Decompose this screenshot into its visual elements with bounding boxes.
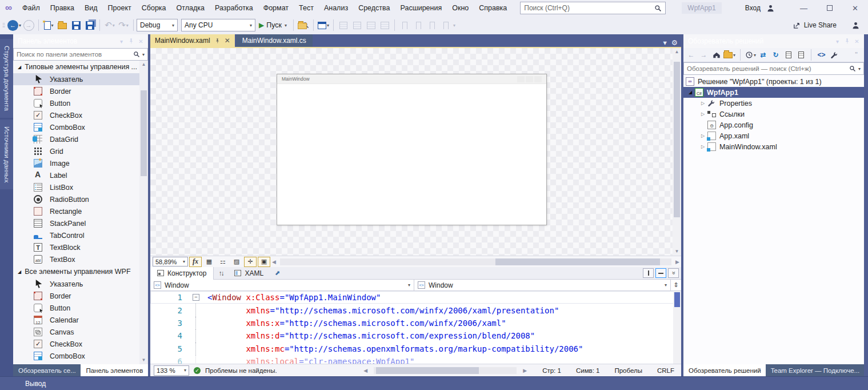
menu-item[interactable]: Вид: [79, 0, 103, 16]
scrollbar-thumb[interactable]: [141, 90, 147, 176]
popout-pane-button[interactable]: ⬈: [275, 269, 280, 277]
panel-tab[interactable]: Обозреватель решений: [683, 364, 766, 376]
quick-search-box[interactable]: Поиск (Ctrl+Q): [520, 2, 666, 14]
navigate-back-button[interactable]: ←▾: [7, 18, 21, 32]
solution-explorer-header[interactable]: Обозреватель решений ▾ ✕: [683, 34, 864, 48]
menu-item[interactable]: Формат: [258, 0, 294, 16]
toolbox-row[interactable]: Rectangle: [13, 205, 139, 217]
code-line[interactable]: 3 xmlns:x="http://schemas.microsoft.com/…: [150, 317, 681, 329]
tree-expander-icon[interactable]: [698, 144, 707, 149]
solution-platform-dropdown[interactable]: Any CPU▾: [181, 19, 255, 31]
scrollbar-thumb[interactable]: [376, 367, 479, 374]
toolbox-row[interactable]: Border: [13, 85, 139, 97]
code-line[interactable]: 4 xmlns:d="http://schemas.microsoft.com/…: [150, 329, 681, 342]
section-expander-icon[interactable]: [18, 269, 21, 274]
properties-button[interactable]: [829, 49, 839, 61]
increase-indent-button-disabled[interactable]: [378, 18, 391, 32]
toolbar-overflow-icon[interactable]: '': [851, 49, 862, 61]
feedback-icon[interactable]: [851, 21, 860, 30]
toolbox-row[interactable]: ComboBox: [13, 121, 139, 133]
toolbox-row[interactable]: Типовые элементы управления ...: [13, 61, 139, 73]
open-file-button[interactable]: [56, 18, 69, 32]
sign-in-button[interactable]: Вход: [745, 4, 761, 12]
toolbox-row[interactable]: Label: [13, 169, 139, 181]
redo-button[interactable]: ↷▾: [117, 18, 130, 32]
solution-explorer-search-input[interactable]: Обозреватель решений — поиск (Ctrl+ж) ▾: [683, 62, 864, 75]
output-panel-tab[interactable]: Вывод: [21, 379, 50, 389]
toolbox-row[interactable]: ComboBox: [13, 350, 139, 362]
close-button[interactable]: ✕: [842, 0, 868, 16]
scroll-down-icon[interactable]: ▼: [139, 356, 148, 364]
toolbox-row[interactable]: Image: [13, 157, 139, 169]
toolbox-row[interactable]: Calendar: [13, 314, 139, 326]
start-debugging-button[interactable]: ▶ Пуск▾: [259, 21, 287, 29]
show-all-files-button[interactable]: [795, 49, 806, 61]
designer-zoom-dropdown[interactable]: 58,89%▾: [153, 257, 188, 266]
status-char[interactable]: Симв: 1: [576, 367, 600, 374]
snap-grid-button[interactable]: ⚏: [217, 257, 229, 267]
pin-icon[interactable]: [842, 38, 852, 45]
editor-horizontal-scrollbar[interactable]: [374, 367, 517, 374]
editor-vertical-scrollbar[interactable]: [673, 291, 681, 364]
breadcrumb-right-dropdown[interactable]: <> Window ▾: [414, 280, 671, 290]
toolbox-row[interactable]: Border: [13, 290, 139, 302]
tree-expander-icon[interactable]: [698, 101, 707, 106]
clear-bookmarks-button-disabled[interactable]: [439, 18, 452, 32]
snapping-button[interactable]: ▨: [230, 257, 243, 267]
scroll-up-icon[interactable]: ▲: [139, 61, 148, 69]
breadcrumb-left-dropdown[interactable]: <> Window ▾: [150, 280, 414, 290]
menu-item[interactable]: Разработка: [210, 0, 258, 16]
back-button[interactable]: ←: [686, 49, 697, 61]
designer-options-button[interactable]: ▾: [317, 18, 330, 32]
menu-item[interactable]: Правка: [45, 0, 79, 16]
document-tab-active[interactable]: MainWindow.xaml ✕: [150, 34, 235, 47]
user-account-icon[interactable]: [766, 4, 775, 13]
scroll-up-icon[interactable]: ▲: [673, 48, 681, 56]
toolbox-row[interactable]: Grid: [13, 145, 139, 157]
navigate-forward-button[interactable]: →: [22, 18, 35, 32]
menu-item[interactable]: Файл: [17, 0, 45, 16]
code-line[interactable]: 5 xmlns:mc="http://schemas.openxmlformat…: [150, 343, 681, 355]
code-line[interactable]: 1<Window x:Class="WpfApp1.MainWindow": [150, 291, 681, 304]
menu-item[interactable]: Расширения: [395, 0, 447, 16]
toolbox-row[interactable]: Button: [13, 97, 139, 109]
scrollbar-thumb[interactable]: [495, 258, 660, 265]
live-share-button[interactable]: Live Share: [804, 21, 837, 29]
tree-expander-icon[interactable]: [686, 90, 695, 95]
collapse-all-button[interactable]: [783, 49, 794, 61]
undo-button[interactable]: ↶▾: [103, 18, 116, 32]
status-line[interactable]: Стр: 1: [542, 367, 561, 374]
new-project-button[interactable]: ▾: [42, 18, 55, 32]
switch-views-button[interactable]: ▾: [723, 49, 735, 61]
status-spaces[interactable]: Пробелы: [614, 367, 642, 374]
tree-item[interactable]: Ссылки: [683, 109, 864, 120]
data-sources-tab[interactable]: Источники данных: [0, 120, 13, 190]
maximize-button[interactable]: [817, 0, 842, 16]
menu-item[interactable]: Окно: [447, 0, 474, 16]
wpf-window-preview[interactable]: MainWindow: [277, 74, 547, 225]
status-eol[interactable]: CRLF: [657, 367, 674, 374]
designer-vertical-scrollbar[interactable]: ▲ ▼: [673, 48, 681, 256]
pin-icon[interactable]: [126, 38, 136, 45]
document-outline-tab[interactable]: Структура документа: [0, 39, 13, 118]
toggle-bookmark-button-disabled[interactable]: [398, 18, 411, 32]
toolbox-row[interactable]: RadioButton: [13, 193, 139, 205]
attach-to-process-button[interactable]: [297, 18, 310, 32]
gear-icon[interactable]: ⚙: [671, 38, 678, 47]
menu-item[interactable]: Проект: [103, 0, 137, 16]
vertical-split-button[interactable]: [643, 268, 654, 278]
horizontal-split-button[interactable]: [655, 268, 666, 278]
toolbox-row[interactable]: CheckBox: [13, 109, 139, 121]
toolbox-header[interactable]: Панель элементов ▾ ✕: [13, 34, 148, 48]
toolbox-row[interactable]: Указатель: [13, 73, 139, 85]
menu-item[interactable]: Анализ: [319, 0, 353, 16]
xaml-view-tab[interactable]: XAML: [227, 267, 270, 280]
comment-button-disabled[interactable]: [337, 18, 350, 32]
tree-item[interactable]: App.config: [683, 120, 864, 130]
toolbox-scrollbar[interactable]: ▲ ▼: [139, 61, 148, 364]
view-code-button[interactable]: <>: [816, 49, 827, 61]
editor-zoom-dropdown[interactable]: 133 %▾: [154, 365, 189, 376]
show-grid-button[interactable]: ▦: [203, 257, 215, 267]
decrease-indent-button-disabled[interactable]: [365, 18, 377, 32]
save-all-button[interactable]: [83, 18, 96, 32]
